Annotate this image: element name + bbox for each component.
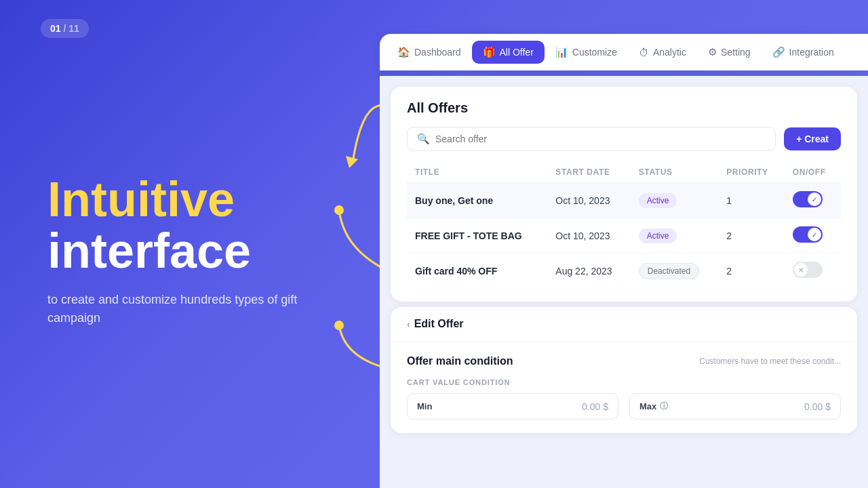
max-value: 0.00 <box>804 401 823 412</box>
info-icon: ⓘ <box>660 401 668 412</box>
toggle-off-3[interactable]: ✕ <box>793 262 823 278</box>
left-panel: 01 / 11 Intuitive interface to create an… <box>0 0 387 488</box>
max-input-group[interactable]: Max ⓘ 0.00 $ <box>629 393 841 420</box>
input-row: Min 0.00 $ Max ⓘ 0.00 $ <box>407 393 841 420</box>
nav-label-customize: Customize <box>572 47 617 58</box>
nav-label-dashboard: Dashboard <box>414 47 461 58</box>
field-label: CART VALUE CONDITION <box>407 378 841 386</box>
toolbar: 🔍 + Creat <box>407 127 841 151</box>
nav-label-setting: Setting <box>721 47 751 58</box>
col-header-start-date: START DATE <box>547 162 630 183</box>
section-title-row: Offer main condition Customers have to m… <box>407 355 841 367</box>
table-row: Gift card 40% OFF Aug 22, 2023 Deactivat… <box>407 253 841 289</box>
analytic-icon: ⏱ <box>639 47 649 58</box>
section-title: Offer main condition <box>407 355 513 367</box>
offers-card: All Offers 🔍 + Creat TITLE START DATE ST… <box>391 87 857 302</box>
toggle-knob-1: ✓ <box>808 192 821 206</box>
setting-icon: ⚙ <box>708 46 717 58</box>
main-content: All Offers 🔍 + Creat TITLE START DATE ST… <box>380 76 868 488</box>
row3-priority: 2 <box>718 253 785 289</box>
table-row: FREE GIFT - TOTE BAG Oct 10, 2023 Active… <box>407 218 841 253</box>
status-badge: Active <box>639 228 677 243</box>
headline: Intuitive interface <box>47 161 346 277</box>
slide-sep: / <box>63 23 66 34</box>
row3-status: Deactivated <box>631 253 718 289</box>
row1-status: Active <box>631 183 718 218</box>
headline-white: interface <box>47 226 346 277</box>
toggle-on-1[interactable]: ✓ <box>793 191 823 207</box>
toggle-on-2[interactable]: ✓ <box>793 226 823 243</box>
edit-body: Offer main condition Customers have to m… <box>391 342 857 433</box>
row3-date: Aug 22, 2023 <box>547 253 630 289</box>
create-btn-label: + Creat <box>796 134 829 144</box>
section-hint: Customers have to meet these condit... <box>699 357 841 366</box>
status-badge: Deactivated <box>639 263 699 279</box>
search-box[interactable]: 🔍 <box>407 127 776 151</box>
subtext: to create and customize hundreds types o… <box>47 291 305 327</box>
col-header-status: STATUS <box>631 162 718 183</box>
chevron-icon: ‹ <box>407 319 410 329</box>
slide-current: 01 <box>50 23 61 34</box>
slide-counter: 01 / 11 <box>41 19 89 38</box>
headline-yellow: Intuitive <box>47 174 346 226</box>
max-label: Max ⓘ <box>639 401 668 412</box>
min-currency: $ <box>603 401 608 412</box>
nav-label-all-offer: All Offer <box>500 47 534 58</box>
row1-toggle[interactable]: ✓ <box>785 183 841 218</box>
all-offer-icon: 🎁 <box>483 46 496 58</box>
toggle-knob-2: ✓ <box>808 228 821 241</box>
row2-toggle[interactable]: ✓ <box>785 218 841 253</box>
edit-card: ‹ Edit Offer Offer main condition Custom… <box>391 307 857 433</box>
nav-item-all-offer[interactable]: 🎁 All Offer <box>472 41 545 64</box>
search-icon: 🔍 <box>417 133 430 145</box>
nav-item-dashboard[interactable]: 🏠 Dashboard <box>387 41 472 64</box>
integration-icon: 🔗 <box>772 46 785 58</box>
row2-title: FREE GIFT - TOTE BAG <box>407 218 547 253</box>
table-row: Buy one, Get one Oct 10, 2023 Active 1 ✓ <box>407 183 841 218</box>
edit-title-text: Edit Offer <box>414 318 464 330</box>
col-header-title: TITLE <box>407 162 547 183</box>
max-currency: $ <box>825 401 831 412</box>
row1-priority: 1 <box>718 183 785 218</box>
nav-label-integration: Integration <box>789 47 834 58</box>
row1-date: Oct 10, 2023 <box>547 183 630 218</box>
nav-item-setting[interactable]: ⚙ Setting <box>697 41 762 64</box>
dashboard-icon: 🏠 <box>397 46 410 58</box>
row3-toggle[interactable]: ✕ <box>785 253 841 289</box>
row1-title: Buy one, Get one <box>407 183 547 218</box>
slide-total: 11 <box>68 23 79 34</box>
col-header-priority: PRIORITY <box>718 162 785 183</box>
nav-item-integration[interactable]: 🔗 Integration <box>762 41 845 64</box>
col-header-toggle: ON/OFF <box>785 162 841 183</box>
row2-priority: 2 <box>718 218 785 253</box>
edit-header-title: ‹ Edit Offer <box>407 318 464 330</box>
min-label: Min <box>417 401 432 411</box>
create-button[interactable]: + Creat <box>784 127 841 150</box>
min-input-group[interactable]: Min 0.00 $ <box>407 393 618 420</box>
edit-header: ‹ Edit Offer <box>391 307 857 342</box>
row3-title: Gift card 40% OFF <box>407 253 547 289</box>
nav-item-analytic[interactable]: ⏱ Analytic <box>628 41 697 64</box>
offers-table: TITLE START DATE STATUS PRIORITY ON/OFF … <box>407 162 841 288</box>
nav-bar: 🏠 Dashboard 🎁 All Offer 📊 Customize ⏱ An… <box>380 34 868 70</box>
row2-status: Active <box>631 218 718 253</box>
right-panel: 🏠 Dashboard 🎁 All Offer 📊 Customize ⏱ An… <box>373 0 868 488</box>
status-badge: Active <box>639 193 677 208</box>
nav-item-customize[interactable]: 📊 Customize <box>545 41 628 64</box>
search-input[interactable] <box>435 134 766 144</box>
offers-card-title: All Offers <box>407 100 841 116</box>
nav-label-analytic: Analytic <box>653 47 686 58</box>
min-value: 0.00 <box>582 401 600 412</box>
row2-date: Oct 10, 2023 <box>547 218 630 253</box>
customize-icon: 📊 <box>555 46 568 58</box>
toggle-knob-3: ✕ <box>794 263 808 277</box>
